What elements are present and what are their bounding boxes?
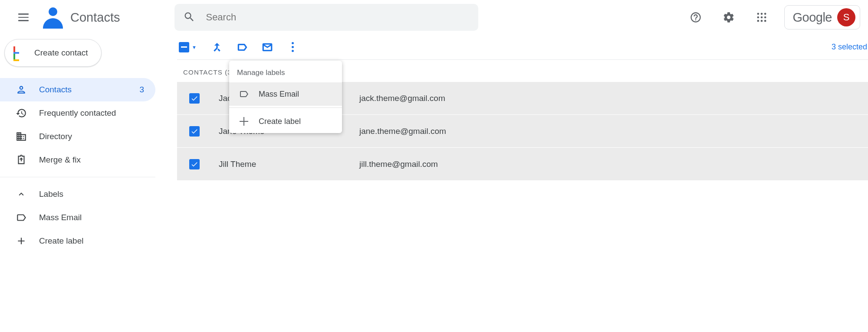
manage-labels-button[interactable] <box>232 37 253 58</box>
google-account-chip[interactable]: Google S <box>784 5 860 29</box>
label-icon <box>239 89 249 99</box>
indeterminate-checkbox-icon <box>179 42 189 52</box>
avatar: S <box>837 8 855 26</box>
gear-icon <box>723 11 735 23</box>
merge-button[interactable] <box>207 37 227 58</box>
main-content: ▼ 3 selected Contacts (3) Jack Them <box>155 35 868 253</box>
more-vert-icon <box>292 42 294 52</box>
dropdown-label-mass-email[interactable]: Mass Email <box>229 82 342 106</box>
svg-point-3 <box>757 16 760 19</box>
selected-count: 3 selected <box>832 42 867 52</box>
help-button[interactable] <box>685 7 706 28</box>
table-row[interactable]: Jill Theme jill.theme@gmail.com <box>177 148 868 181</box>
svg-point-2 <box>764 13 766 15</box>
svg-point-6 <box>757 20 760 22</box>
label-icon <box>237 42 248 53</box>
select-all-toggle[interactable]: ▼ <box>177 39 202 55</box>
apps-grid-icon <box>756 11 768 23</box>
contact-name: Jill Theme <box>219 159 340 169</box>
main-menu-button[interactable] <box>13 7 34 28</box>
search-icon <box>183 11 195 24</box>
sidebar-item-merge-fix[interactable]: Merge & fix <box>0 148 155 172</box>
svg-point-7 <box>761 20 763 22</box>
sidebar-item-frequent[interactable]: Frequently contacted <box>0 101 155 125</box>
selection-toolbar: ▼ 3 selected <box>177 35 868 60</box>
domain-icon <box>16 131 27 142</box>
sidebar-create-label[interactable]: Create label <box>0 229 155 253</box>
create-contact-button[interactable]: Create contact <box>4 39 102 67</box>
contacts-person-icon <box>42 6 64 29</box>
row-checkbox[interactable] <box>189 93 200 104</box>
svg-point-5 <box>764 16 766 19</box>
settings-button[interactable] <box>718 7 739 28</box>
check-icon <box>191 127 198 135</box>
sidebar-item-label: Merge & fix <box>39 155 155 165</box>
sidebar-item-count: 3 <box>139 85 144 94</box>
check-icon <box>191 160 198 168</box>
create-contact-label: Create contact <box>34 48 88 58</box>
svg-point-1 <box>761 13 763 15</box>
dropdown-item-label: Mass Email <box>259 90 299 99</box>
sidebar-item-contacts[interactable]: Contacts 3 <box>0 78 155 101</box>
svg-point-0 <box>757 13 760 15</box>
app-header: Contacts Google S <box>0 0 868 35</box>
dropdown-item-label: Create label <box>259 117 301 126</box>
sidebar-item-label: Create label <box>39 236 155 246</box>
sidebar-label-mass-email[interactable]: Mass Email <box>0 206 155 229</box>
contact-email: jack.theme@gmail.com <box>359 94 868 103</box>
google-wordmark: Google <box>792 10 832 25</box>
email-icon <box>262 42 273 53</box>
merge-icon <box>211 42 223 53</box>
labels-header-text: Labels <box>39 189 63 199</box>
contact-email: jane.theme@gmail.com <box>359 127 868 136</box>
person-icon <box>16 84 27 95</box>
hamburger-icon <box>18 13 29 21</box>
app-title: Contacts <box>70 10 120 25</box>
sidebar: Create contact Contacts 3 Frequently con… <box>0 35 155 253</box>
svg-point-8 <box>764 20 766 22</box>
row-checkbox[interactable] <box>189 126 200 137</box>
sidebar-item-label: Contacts <box>39 85 127 94</box>
manage-labels-dropdown: Manage labels Mass Email Create label <box>229 61 342 133</box>
plus-icon <box>16 235 27 247</box>
sidebar-item-label: Mass Email <box>39 213 155 222</box>
search-box[interactable] <box>174 4 478 31</box>
chevron-up-icon <box>16 189 27 199</box>
row-checkbox[interactable] <box>189 159 200 169</box>
merge-fix-icon <box>16 154 27 166</box>
label-icon <box>16 212 27 223</box>
sidebar-item-label: Frequently contacted <box>39 108 155 118</box>
sidebar-item-directory[interactable]: Directory <box>0 125 155 148</box>
check-icon <box>191 94 198 102</box>
sidebar-item-label: Directory <box>39 132 155 141</box>
help-icon <box>690 11 702 23</box>
google-apps-button[interactable] <box>751 7 772 28</box>
dropdown-create-label[interactable]: Create label <box>229 110 342 133</box>
more-actions-button[interactable] <box>282 37 303 58</box>
labels-section-toggle[interactable]: Labels <box>0 182 155 206</box>
send-email-button[interactable] <box>257 37 278 58</box>
contact-email: jill.theme@gmail.com <box>359 159 868 169</box>
search-input[interactable] <box>206 12 470 23</box>
app-logo[interactable]: Contacts <box>42 6 120 29</box>
dropdown-title: Manage labels <box>229 67 342 82</box>
plus-multicolor-icon <box>13 46 26 59</box>
history-icon <box>16 107 27 119</box>
caret-down-icon: ▼ <box>192 45 197 50</box>
svg-point-4 <box>761 16 763 19</box>
plus-icon <box>239 116 249 127</box>
